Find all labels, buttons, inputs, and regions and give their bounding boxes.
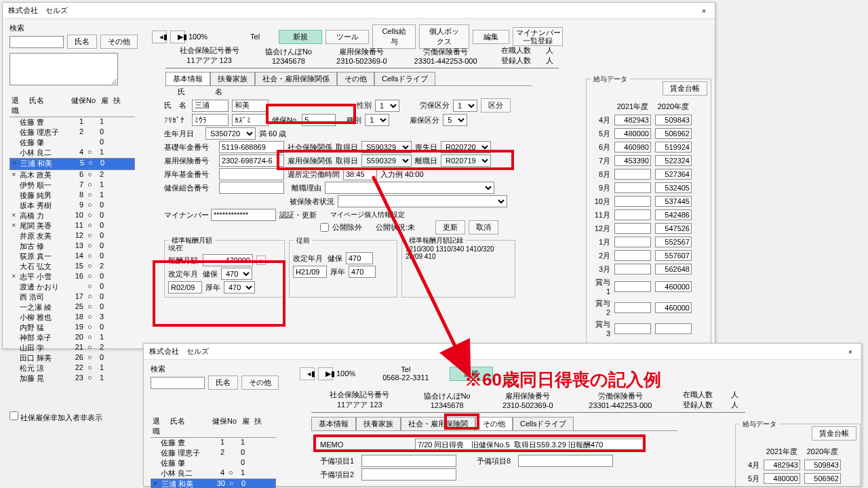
pay-title-2: 給与データ (740, 420, 779, 429)
tel-val-2: 0568-22-3311 (382, 373, 429, 382)
hdr-c4l: 労働保険番号 (403, 47, 488, 57)
new-btn[interactable]: 新規 (279, 30, 322, 44)
pay-grid: 2021年度2020年度 4月5月6月7月8月9月10月11月12月1月2月3月… (590, 100, 694, 340)
hide-nonenrolled-chk[interactable] (9, 411, 18, 420)
search-name-btn-2[interactable]: 氏名 (208, 375, 238, 390)
tab-drive[interactable]: Cellsドライブ (374, 72, 435, 85)
roho-lbl: 労保区分 (420, 100, 450, 110)
koho2-get[interactable]: S590329 (361, 155, 412, 167)
hdr-c5l2: 登録人数 (495, 56, 536, 66)
kenkumi-lbl: 健保組合番号 (164, 183, 216, 193)
sei-input[interactable] (192, 100, 229, 112)
search-input-2[interactable] (151, 377, 205, 389)
cancel-btn[interactable]: 取消 (469, 220, 498, 235)
syubetsu-lbl: 種別 (347, 115, 361, 125)
hihoken-sel[interactable] (338, 195, 507, 207)
kana2-input[interactable] (232, 114, 269, 126)
titlebar-1: 株式会社 セルズ × (3, 3, 715, 19)
hdr-unit2: 人 (543, 56, 555, 66)
update-btn[interactable]: 更新 (435, 220, 465, 235)
search-panel: 検索 氏名 その他 (9, 23, 145, 87)
employee-list-body-2[interactable]: 佐藤 豊11佐藤 理恵子20佐藤 肇0小林 良二4○1×三浦 和美30○0×高木… (151, 438, 276, 488)
close-icon[interactable]: × (698, 7, 709, 15)
kenkumi-input[interactable] (219, 182, 284, 194)
mynum-input[interactable] (211, 209, 276, 221)
hdr-c3v: 2310-502369-0 (328, 57, 397, 65)
pkaitei-v[interactable] (293, 266, 327, 278)
main-window-1: 株式会社 セルズ × 検索 氏名 その他 退職 氏名 健保No 雇 扶 佐藤 豊… (2, 2, 715, 349)
tool-btn[interactable]: ツール (326, 30, 369, 44)
search-memo[interactable] (9, 53, 118, 85)
p2-lbl: 予備項目2 (320, 470, 358, 480)
kosen-sel[interactable]: 470 (224, 281, 255, 293)
search-name-btn[interactable]: 氏名 (67, 35, 97, 49)
tab-basic[interactable]: 基本情報 (165, 72, 210, 85)
sal-now-group: 標準報酬月額 現在 報酬月額 ↓ 改定年月 健保 470 厚年 470 (164, 240, 285, 298)
syubetsu-sel[interactable]: 1 (365, 114, 389, 126)
col-dep: 扶 (111, 95, 123, 117)
tab-dependents[interactable]: 扶養家族 (210, 72, 255, 85)
seibetsu-lbl: 性別 (357, 100, 372, 110)
birth-input[interactable]: S350720 (205, 127, 256, 140)
tab-social-2[interactable]: 社会・雇用保険関 (401, 417, 475, 430)
mynumber-btn[interactable]: マイナンバー 一覧登録 (513, 27, 563, 46)
kana-lbl: ﾌﾘｶﾞﾅ (164, 116, 189, 124)
search-input[interactable] (9, 36, 64, 48)
col-kenpo: 健保No (69, 95, 99, 117)
tel-label: Tel (235, 33, 275, 41)
annotation-text: ※60歳同日得喪の記入例 (465, 368, 661, 392)
pkenpo-v[interactable] (346, 252, 373, 264)
tab-social[interactable]: 社会・雇用保険関係 (255, 72, 337, 85)
p8-input[interactable] (518, 455, 613, 467)
nintei-lbl: 認証・更新 (279, 210, 317, 220)
kosen-lbl: 厚年基金番号 (164, 169, 216, 180)
kenpo-input[interactable] (302, 114, 336, 126)
hours-input[interactable] (343, 168, 377, 180)
memo-input[interactable] (415, 439, 646, 451)
search-other-btn[interactable]: その他 (100, 35, 138, 49)
gkk-input[interactable] (203, 254, 253, 266)
nav-prev[interactable]: ▶▮ (170, 30, 185, 43)
tab-other[interactable]: その他 (337, 72, 374, 85)
mei-input[interactable] (232, 100, 269, 112)
tab-other-2[interactable]: その他 (475, 417, 513, 430)
rishoku-sel[interactable] (325, 182, 494, 194)
koyo-input[interactable] (219, 155, 284, 167)
tab-basic-2[interactable]: 基本情報 (311, 417, 356, 430)
kenpo-sel[interactable]: 470 (221, 268, 252, 280)
koho2-leave[interactable]: R020719 (441, 155, 491, 167)
tab-drive-2[interactable]: Cellsドライブ (513, 417, 574, 430)
wageledger-btn[interactable]: 賃金台帳 (663, 81, 707, 96)
nav-prev-far[interactable]: ◂▮ (152, 30, 167, 43)
tab-dependents-2[interactable]: 扶養家族 (356, 417, 401, 430)
kosen-input[interactable] (219, 168, 284, 180)
wageledger-btn-2[interactable]: 賃金台帳 (812, 426, 856, 441)
kaitei-input[interactable] (168, 281, 202, 293)
p2-input[interactable] (361, 468, 456, 481)
search-other-btn-2[interactable]: その他 (241, 375, 279, 390)
p1-input[interactable] (361, 455, 456, 467)
exclude-chk[interactable] (320, 223, 329, 232)
shaho-lose[interactable]: R020720 (441, 141, 491, 153)
roho-sel[interactable]: 1 (453, 100, 477, 112)
employee-list-body[interactable]: 佐藤 豊11佐藤 理恵子20佐藤 肇0小林 良二4○1×三浦 和美5○0×高木 … (9, 117, 135, 384)
sal-prev-group: 従前 改定年月 健保 厚年 (289, 240, 397, 298)
seibetsu-sel[interactable]: 1 (375, 100, 399, 112)
gkk-step[interactable]: ↓ (256, 256, 266, 265)
edit-btn[interactable]: 編集 (473, 30, 509, 44)
shaho-get[interactable]: S590329 (361, 141, 412, 153)
tabs-2: 基本情報 扶養家族 社会・雇用保険関 その他 Cellsドライブ (311, 417, 677, 431)
kubun-btn[interactable]: 区分 (481, 98, 511, 113)
sal-hist-group: 標準報酬月額記録 1210/300 1310/340 1410/320 20/0… (401, 240, 515, 298)
koho2-get-lbl: 取得日 (336, 156, 358, 166)
kana1-input[interactable] (192, 114, 229, 126)
kiso-input[interactable] (219, 141, 284, 153)
pkosen-v[interactable] (349, 266, 376, 278)
koho2-lbl: 雇用保険関係 (288, 156, 332, 166)
employee-list-2: 退職 氏名 健保No 雇 扶 佐藤 豊11佐藤 理恵子20佐藤 肇0小林 良二4… (151, 415, 276, 488)
nav2-prevf[interactable]: ◂▮ (300, 367, 315, 380)
koho-sel[interactable]: 5 (443, 114, 467, 126)
hist-lbl: 標準報酬月額記録 (406, 236, 466, 245)
close-icon-2[interactable]: × (845, 348, 856, 356)
nav2-prev[interactable]: ▶▮ (318, 367, 333, 380)
